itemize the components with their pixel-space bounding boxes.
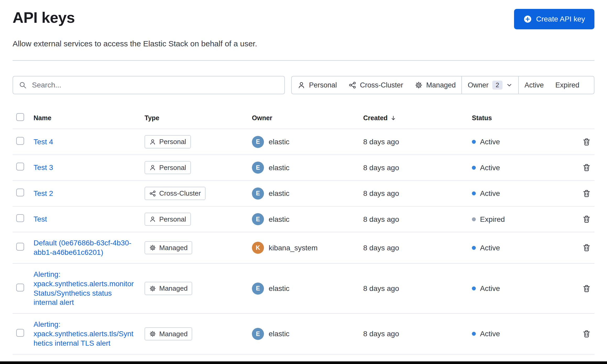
gear-icon	[149, 285, 156, 292]
status-label: Active	[480, 329, 500, 338]
delete-icon[interactable]	[582, 189, 591, 198]
column-header-owner[interactable]: Owner	[252, 114, 363, 122]
gear-icon	[415, 81, 423, 89]
type-badge-label: Managed	[159, 284, 187, 293]
filter-personal[interactable]: Personal	[292, 76, 343, 94]
cross-cluster-icon	[349, 81, 356, 89]
owner-name: elastic	[269, 215, 289, 224]
status-label: Active	[480, 284, 500, 293]
type-badge: Managed	[145, 282, 192, 295]
create-api-key-label: Create API key	[536, 15, 585, 23]
status-label: Active	[480, 189, 500, 198]
filter-owner-dropdown[interactable]: Owner 2	[462, 76, 518, 94]
type-badge-label: Cross-Cluster	[159, 189, 201, 198]
status-dot	[472, 191, 476, 195]
created-value: 8 days ago	[363, 137, 472, 146]
table-header-row: Name Type Owner Created Status	[13, 108, 594, 129]
filter-cross-cluster[interactable]: Cross-Cluster	[343, 76, 409, 94]
search-box	[13, 76, 285, 94]
filter-managed[interactable]: Managed	[409, 76, 462, 94]
filter-active[interactable]: Active	[519, 76, 550, 94]
search-input[interactable]	[31, 81, 279, 90]
owner-avatar: E	[252, 162, 264, 174]
type-badge-label: Managed	[159, 244, 187, 252]
status-dot	[472, 217, 476, 221]
delete-icon[interactable]	[582, 284, 591, 293]
owner-avatar: E	[252, 328, 264, 340]
filter-personal-label: Personal	[309, 81, 337, 89]
table-row: Alerting: xpack.synthetics.alerts.monito…	[13, 264, 594, 314]
gear-icon	[149, 244, 156, 251]
owner-avatar: E	[252, 213, 264, 225]
chevron-down-icon	[506, 82, 512, 88]
owner-name: elastic	[269, 189, 289, 198]
filter-expired[interactable]: Expired	[550, 76, 585, 94]
type-badge: Managed	[145, 327, 192, 341]
create-api-key-button[interactable]: Create API key	[514, 9, 594, 29]
delete-icon[interactable]	[582, 138, 591, 146]
delete-icon[interactable]	[582, 244, 591, 252]
filter-active-label: Active	[525, 81, 544, 89]
delete-icon[interactable]	[582, 163, 591, 172]
row-checkbox[interactable]	[16, 214, 24, 222]
column-header-created[interactable]: Created	[363, 114, 472, 122]
api-key-name-link[interactable]: Test	[34, 214, 47, 224]
status-dot	[472, 166, 476, 170]
filter-cross-cluster-label: Cross-Cluster	[360, 81, 403, 89]
api-key-name-link[interactable]: Test 2	[34, 189, 53, 198]
owner-name: elastic	[269, 329, 289, 338]
row-checkbox[interactable]	[16, 243, 24, 251]
type-badge: Personal	[145, 135, 191, 148]
delete-icon[interactable]	[582, 330, 591, 338]
column-header-name[interactable]: Name	[34, 114, 145, 122]
column-header-created-label: Created	[363, 114, 388, 122]
select-all-checkbox[interactable]	[16, 113, 24, 121]
filter-managed-label: Managed	[426, 81, 456, 89]
type-badge: Personal	[145, 161, 191, 174]
person-icon	[297, 81, 305, 89]
header-divider	[13, 60, 594, 61]
owner-name: kibana_system	[269, 243, 318, 252]
api-keys-table: Name Type Owner Created Status Test 4 Pe…	[13, 108, 594, 355]
row-checkbox[interactable]	[16, 284, 24, 291]
owner-avatar: E	[252, 283, 264, 295]
person-icon	[149, 164, 156, 171]
type-badge-label: Personal	[159, 137, 186, 146]
filter-expired-label: Expired	[555, 81, 580, 89]
search-icon	[19, 81, 27, 89]
plus-in-circle-icon	[523, 15, 532, 23]
api-key-name-link[interactable]: Default (0e67686b-63cf-4b30-abb1-a46be61…	[34, 238, 136, 257]
status-dot	[472, 332, 476, 336]
type-badge: Personal	[145, 213, 191, 226]
page-header: API keys Create API key	[13, 9, 594, 29]
api-key-name-link[interactable]: Alerting: xpack.synthetics.alerts.monito…	[34, 270, 136, 307]
sort-descending-icon	[390, 115, 396, 121]
row-checkbox[interactable]	[16, 163, 24, 170]
column-header-type[interactable]: Type	[145, 114, 252, 122]
row-checkbox[interactable]	[16, 137, 24, 145]
column-header-status[interactable]: Status	[472, 114, 573, 122]
api-key-name-link[interactable]: Test 4	[34, 137, 53, 147]
created-value: 8 days ago	[363, 163, 472, 172]
created-value: 8 days ago	[363, 284, 472, 293]
gear-icon	[149, 330, 156, 337]
table-row: Test 4 Personal Eelastic 8 days ago Acti…	[13, 129, 594, 155]
created-value: 8 days ago	[363, 189, 472, 198]
page-subtitle: Allow external services to access the El…	[13, 39, 594, 48]
table-row: Alerting: xpack.synthetics.alerts.tls/Sy…	[13, 314, 594, 354]
api-key-name-link[interactable]: Alerting: xpack.synthetics.alerts.tls/Sy…	[34, 320, 136, 348]
search-and-filter-bar: Personal Cross-Cluster Managed Owner 2 A…	[13, 76, 594, 94]
owner-count-badge: 2	[492, 81, 503, 90]
created-value: 8 days ago	[363, 243, 472, 252]
api-key-name-link[interactable]: Test 3	[34, 163, 53, 172]
row-checkbox[interactable]	[16, 329, 24, 337]
status-label: Active	[480, 243, 500, 252]
owner-avatar: E	[252, 136, 264, 148]
row-checkbox[interactable]	[16, 189, 24, 196]
type-badge-label: Managed	[159, 330, 187, 338]
owner-name: elastic	[269, 284, 289, 293]
delete-icon[interactable]	[582, 215, 591, 223]
table-row: Test 3 Personal Eelastic 8 days ago Acti…	[13, 155, 594, 181]
person-icon	[149, 139, 156, 145]
page-title: API keys	[13, 9, 75, 26]
